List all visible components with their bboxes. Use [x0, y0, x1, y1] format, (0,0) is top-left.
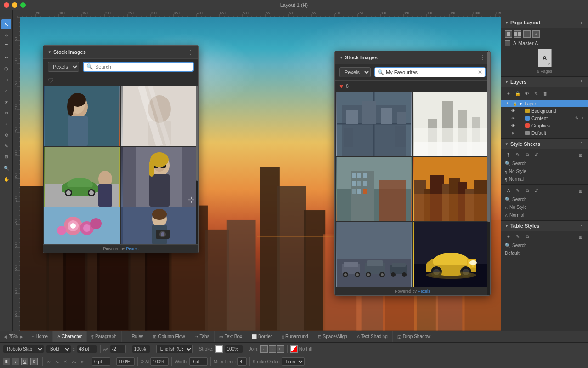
- pl-options[interactable]: ⋮: [578, 19, 584, 26]
- tool-link[interactable]: ⊘: [1, 130, 11, 140]
- close-button[interactable]: [4, 2, 9, 8]
- tab-border[interactable]: ⬜ Border: [247, 331, 277, 342]
- style-sheets-header[interactable]: ▼ Style Sheets ⋮: [501, 139, 588, 149]
- tab-drop-shadow[interactable]: ◱ Drop Shadow: [393, 331, 436, 342]
- layer-lock-icon[interactable]: 🔒: [512, 101, 518, 106]
- ss-trash-icon[interactable]: 🗑: [577, 151, 584, 158]
- layer-lock-btn[interactable]: 🔒: [514, 90, 521, 97]
- clear-search-right[interactable]: ✕: [478, 69, 482, 75]
- stock-image-r6[interactable]: [413, 222, 489, 287]
- tab-text-shading[interactable]: A Text Shading: [352, 331, 393, 342]
- layer-vis-icon[interactable]: 👁: [505, 101, 510, 106]
- search-input-left[interactable]: [95, 64, 190, 69]
- scroll-bar-left[interactable]: [196, 86, 198, 244]
- pl-icon-3[interactable]: [523, 30, 531, 38]
- stock-image-r2[interactable]: [413, 92, 489, 156]
- tab-home[interactable]: ⌂ Home: [27, 331, 53, 342]
- ss-copy-icon[interactable]: ⧉: [523, 151, 531, 158]
- tool-ellipse[interactable]: ○: [1, 86, 11, 96]
- stroke-order-select[interactable]: Front: [282, 357, 305, 366]
- layers-header[interactable]: ▼ Layers ⋮: [501, 77, 588, 87]
- stock-image-r3[interactable]: [336, 157, 412, 221]
- graphics-vis-icon[interactable]: 👁: [510, 123, 516, 128]
- language-select[interactable]: English (US): [156, 345, 193, 353]
- tab-space-align[interactable]: ⊟ Space/Align: [313, 331, 352, 342]
- css-trash-icon[interactable]: 🗑: [577, 187, 584, 194]
- ts-add-icon[interactable]: +: [505, 233, 512, 240]
- css-edit-icon[interactable]: ✎: [514, 187, 521, 194]
- stock-image-4[interactable]: ⊹: [121, 147, 198, 207]
- tab-paragraph[interactable]: ¶ Paragraph: [87, 331, 122, 342]
- italic-btn[interactable]: I: [12, 358, 19, 365]
- stroke-color[interactable]: [215, 345, 223, 353]
- layer-item-content[interactable]: 👁 Content ✎ ⋮: [501, 115, 588, 122]
- tab-tabs[interactable]: ⇥ Tabs: [190, 331, 215, 342]
- favorite-icon-left[interactable]: ♡: [48, 77, 54, 84]
- stock-image-r4[interactable]: [413, 157, 489, 221]
- stock-image-r5[interactable]: [336, 222, 412, 287]
- tool-table[interactable]: ⊞: [1, 152, 11, 162]
- tool-select[interactable]: ↖: [1, 19, 11, 29]
- layer-group[interactable]: 👁 🔒 ▶ Layer: [501, 100, 588, 107]
- minimize-button[interactable]: [12, 2, 17, 8]
- underline-btn[interactable]: U: [21, 358, 28, 365]
- layer-add-btn[interactable]: +: [505, 90, 512, 97]
- bg-vis-icon[interactable]: 👁: [510, 108, 516, 114]
- ai-input[interactable]: [150, 357, 169, 366]
- scale-input[interactable]: [132, 345, 150, 353]
- stock-image-3[interactable]: [44, 147, 120, 207]
- maximize-button[interactable]: [20, 2, 26, 8]
- css-copy-icon[interactable]: ⧉: [523, 187, 531, 194]
- panel-menu-right[interactable]: ⋮: [479, 54, 486, 61]
- tool-eyedropper[interactable]: ✎: [1, 141, 11, 151]
- miter-input[interactable]: [237, 357, 247, 366]
- tab-runaround[interactable]: ⌸ Runaround: [277, 331, 313, 342]
- content-vis-icon[interactable]: 👁: [510, 115, 516, 121]
- size-input[interactable]: [77, 345, 97, 353]
- collapse-triangle-left[interactable]: ▼: [48, 50, 51, 54]
- window-controls[interactable]: [4, 2, 26, 8]
- tool-direct[interactable]: ⊹: [1, 30, 11, 40]
- layer-eye-btn[interactable]: 👁: [523, 90, 531, 97]
- layer-trash-btn[interactable]: 🗑: [542, 90, 549, 97]
- baseline-input[interactable]: [92, 357, 110, 366]
- page-layout-header[interactable]: ▼ Page Layout ⋮: [501, 17, 588, 28]
- layers-options[interactable]: ⋮: [578, 79, 584, 85]
- collapse-triangle-right[interactable]: ▼: [339, 56, 343, 60]
- join-btn-2[interactable]: ¬: [269, 345, 276, 353]
- bold-btn[interactable]: B: [3, 358, 10, 365]
- pl-icon-2[interactable]: [514, 30, 521, 38]
- lig-btn[interactable]: ff: [79, 358, 86, 365]
- weight-select[interactable]: Bold: [46, 345, 71, 353]
- tool-rect[interactable]: □: [1, 75, 11, 85]
- tab-column-flow[interactable]: ⊞ Column Flow: [148, 331, 190, 342]
- ts-copy-icon[interactable]: ⧉: [523, 233, 531, 240]
- tool-crop[interactable]: ⬦: [1, 119, 11, 129]
- ss-edit-icon[interactable]: ✎: [514, 151, 521, 158]
- ts-options[interactable]: ⋮: [578, 223, 584, 229]
- tool-pen[interactable]: ✒: [1, 52, 11, 63]
- scale2-input[interactable]: [116, 357, 135, 366]
- kerning-input[interactable]: [110, 345, 126, 353]
- stock-image-2[interactable]: [121, 86, 198, 146]
- table-styles-header[interactable]: ▼ Table Styles ⋮: [501, 221, 588, 231]
- favorite-icon-right[interactable]: ♥: [339, 82, 343, 90]
- ts-edit-icon[interactable]: ✎: [514, 233, 521, 240]
- content-edit-icon[interactable]: ✎: [575, 116, 579, 121]
- tab-character[interactable]: A Character: [53, 331, 87, 342]
- strikethrough-btn[interactable]: S: [30, 358, 38, 365]
- css-a-icon[interactable]: A: [505, 187, 512, 194]
- ts-trash-icon[interactable]: 🗑: [577, 233, 584, 240]
- ss-refresh-icon[interactable]: ↺: [532, 151, 540, 158]
- search-input-right[interactable]: [386, 69, 476, 75]
- scroll-bar-right[interactable]: [487, 92, 490, 287]
- allcaps-btn[interactable]: A⁻: [45, 358, 53, 365]
- tool-pan[interactable]: ✋: [1, 174, 11, 184]
- ss-options[interactable]: ⋮: [578, 141, 584, 147]
- status-back[interactable]: ◀: [4, 334, 7, 339]
- tool-shape[interactable]: ⬡: [1, 63, 11, 74]
- provider-select-left[interactable]: Pexels: [48, 62, 79, 72]
- tool-star[interactable]: ★: [1, 97, 11, 107]
- css-refresh-icon[interactable]: ↺: [532, 187, 540, 194]
- layer-item-background[interactable]: 👁 Background: [501, 107, 588, 115]
